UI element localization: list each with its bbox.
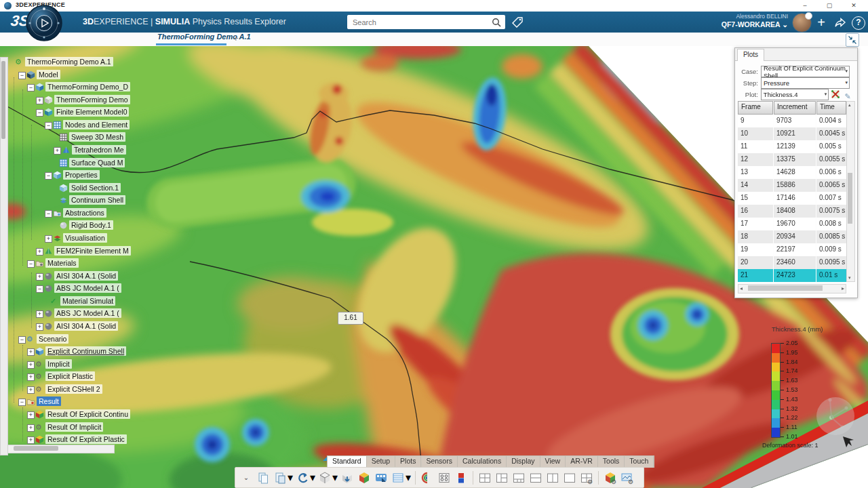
avatar[interactable] (792, 13, 812, 33)
table-cell[interactable]: 0.0085 s (816, 230, 846, 243)
table-cell[interactable]: 22197 (774, 243, 816, 256)
table-cell[interactable]: 17146 (774, 192, 816, 205)
table-cell[interactable]: 14 (738, 179, 773, 192)
expand-toggle[interactable]: + (27, 424, 35, 432)
animation-film-icon[interactable] (374, 470, 389, 485)
scrollbar-thumb[interactable] (14, 446, 58, 451)
table-cell[interactable]: 23460 (774, 256, 816, 269)
scroll-up-icon[interactable]: ▴ (848, 102, 851, 108)
layout-quad-icon[interactable] (477, 470, 492, 485)
expand-toggle[interactable]: + (27, 373, 35, 381)
ribbon-tab-view[interactable]: View (540, 456, 566, 468)
scroll-left-icon[interactable]: ◂ (740, 285, 743, 291)
dropdown-caret-icon[interactable]: ▾ (288, 471, 293, 484)
collapse-toggle[interactable]: − (18, 399, 26, 406)
frame-row-14[interactable]: 14158860.0065 s (738, 179, 846, 192)
column-header-increment[interactable]: Increment (774, 101, 816, 115)
table-cell[interactable]: 20934 (774, 230, 816, 243)
scrollbar-thumb[interactable] (748, 285, 823, 291)
ribbon-tab-tools[interactable]: Tools (598, 456, 625, 468)
split-red-blue-icon[interactable] (454, 470, 469, 485)
help-icon[interactable]: ? (852, 16, 865, 30)
dropdown-caret-icon[interactable]: ▾ (406, 471, 411, 484)
tree-item-label[interactable]: ThermoForming Demo_D (45, 82, 130, 92)
tree-item-label[interactable]: Model (37, 70, 60, 79)
frame-row-18[interactable]: 18209340.0085 s (738, 230, 846, 243)
table-horizontal-scrollbar[interactable]: ◂ ▸ (738, 284, 846, 293)
tree-item-label[interactable]: Scenario (37, 334, 68, 344)
expand-toggle[interactable]: + (36, 97, 43, 104)
expand-toggle[interactable]: + (27, 386, 35, 394)
table-cell[interactable]: 14628 (774, 166, 816, 179)
table-cell[interactable]: 18 (738, 230, 773, 243)
layout-cols-icon[interactable] (545, 470, 560, 485)
paste-icon[interactable] (273, 470, 288, 485)
tree-item-label[interactable]: ABS JC Model A.1 ( (54, 308, 121, 318)
table-cell[interactable]: 10921 (774, 127, 816, 140)
data-table-icon[interactable] (391, 470, 406, 485)
table-cell[interactable]: 15 (738, 192, 773, 205)
tree-item-label[interactable]: AISI 304 A.1 (Solid (54, 271, 118, 281)
collapse-toggle[interactable]: − (36, 109, 43, 117)
table-cell[interactable]: 0.008 s (816, 218, 846, 230)
frame-row-12[interactable]: 12133750.0055 s (738, 153, 846, 166)
expand-toggle[interactable]: + (36, 273, 43, 281)
table-vertical-scrollbar[interactable]: ▴ ▾ (846, 101, 855, 282)
layout-custom-icon[interactable]: ⚙ (579, 470, 594, 485)
table-cell[interactable]: 20 (738, 256, 773, 269)
table-cell[interactable]: 17 (738, 218, 773, 230)
collapse-panel-icon[interactable] (846, 33, 859, 47)
3dcompass-icon[interactable] (25, 4, 63, 42)
tree-item-label[interactable]: Explicit CSHell 2 (45, 384, 102, 394)
table-cell[interactable]: 13375 (774, 153, 816, 166)
table-cell[interactable]: 24723 (774, 269, 816, 282)
contour-plot-icon[interactable] (830, 89, 841, 100)
table-cell[interactable]: 12 (738, 153, 773, 166)
capture-settings-icon[interactable]: ⚙ (620, 470, 635, 485)
plot-dropdown[interactable]: Thickness.4▾ (761, 89, 829, 100)
iso-cube-icon[interactable] (317, 470, 332, 485)
maximize-button[interactable]: ▢ (818, 0, 841, 12)
tree-item-label[interactable]: Surface Quad M (69, 158, 125, 167)
expand-toggle[interactable]: + (36, 248, 43, 256)
expand-toggle[interactable]: + (27, 436, 35, 444)
export-cube-icon[interactable] (340, 470, 355, 485)
tree-item-label[interactable]: ThermoForming Demo (54, 95, 130, 104)
table-cell[interactable]: 0.01 s (816, 269, 846, 282)
tree-item-label[interactable]: Rigid Body.1 (69, 220, 113, 230)
tree-item-label[interactable]: Material Simulat (60, 296, 115, 306)
expand-toggle[interactable]: + (27, 348, 35, 356)
table-cell[interactable]: 0.005 s (816, 140, 846, 153)
tree-item-label[interactable]: Explicit Plastic (45, 371, 95, 381)
collapse-toggle[interactable]: − (27, 84, 35, 92)
tree-item-label[interactable]: ThermoForming Demo A.1 (25, 57, 113, 66)
tree-item-label[interactable]: Finite Element Model0 (54, 107, 129, 117)
collapse-toggle[interactable]: − (45, 122, 52, 129)
ribbon-tab-sensors[interactable]: Sensors (421, 456, 458, 468)
frame-row-15[interactable]: 15171460.007 s (738, 192, 846, 205)
collapse-toggle[interactable]: − (18, 336, 26, 344)
add-app-button[interactable]: + (814, 15, 829, 30)
collapse-toggle[interactable]: − (36, 285, 43, 293)
frame-row-9[interactable]: 997030.004 s (738, 115, 846, 127)
share-icon[interactable] (833, 15, 848, 30)
ribbon-tab-ar-vr[interactable]: AR-VR (566, 456, 598, 468)
tree-item-label[interactable]: Tetrahedron Me (72, 145, 126, 155)
frame-row-16[interactable]: 16184080.0075 s (738, 205, 846, 218)
table-cell[interactable]: 19670 (774, 218, 816, 230)
collapse-toggle[interactable]: − (27, 260, 35, 268)
dropdown-caret-icon[interactable]: ▾ (310, 471, 315, 484)
chevron-small-icon[interactable]: ⌄ (239, 470, 254, 485)
table-cell[interactable]: 10 (738, 127, 773, 140)
column-header-frame[interactable]: Frame (738, 101, 773, 115)
table-cell[interactable]: 0.0055 s (816, 153, 846, 166)
search-box[interactable] (347, 15, 505, 29)
table-cell[interactable]: 0.007 s (816, 192, 846, 205)
table-cell[interactable]: 21 (738, 269, 773, 282)
color-cube-icon[interactable] (357, 470, 372, 485)
scrollbar-thumb[interactable] (848, 173, 852, 224)
plots-tab[interactable]: Plots (737, 49, 764, 61)
tree-item-label[interactable]: Result (37, 396, 61, 406)
tree-horizontal-scrollbar[interactable] (7, 445, 115, 453)
expand-toggle[interactable]: + (54, 147, 61, 155)
